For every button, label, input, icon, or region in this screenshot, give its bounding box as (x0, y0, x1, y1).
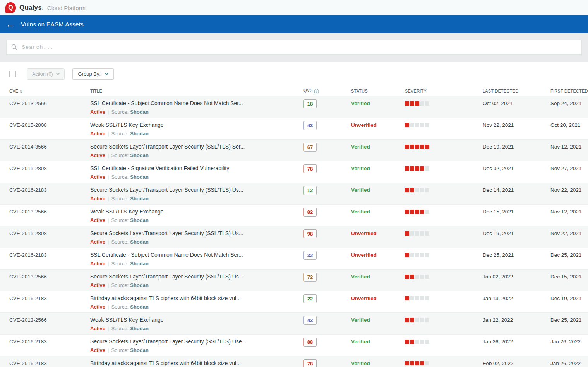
severity-block (420, 253, 424, 257)
severity-block (415, 145, 419, 149)
qvs-cell: 32 (303, 248, 351, 269)
back-arrow-icon[interactable]: ← (6, 20, 14, 29)
active-label: Active (90, 304, 105, 310)
severity-block (410, 361, 414, 365)
qvs-badge: 43 (303, 121, 317, 130)
search-input[interactable] (21, 40, 581, 54)
severity-block (415, 275, 419, 279)
status-cell: Verified (351, 335, 405, 356)
severity-block (410, 340, 414, 344)
source-name-link[interactable]: Shodan (130, 304, 149, 310)
active-label: Active (90, 174, 105, 180)
last-detected-cell: Dec 02, 2021 (483, 161, 550, 183)
severity-cell (405, 313, 483, 334)
table-row[interactable]: CVE-2015-2808Weak SSL/TLS Key ExchangeAc… (0, 118, 588, 139)
source-name-link[interactable]: Shodan (130, 131, 149, 137)
column-header-title: TITLE (90, 88, 303, 94)
source-name-link[interactable]: Shodan (130, 109, 149, 115)
search-box[interactable] (6, 40, 582, 55)
table-row[interactable]: CVE-2015-2808Secure Sockets Layer/Transp… (0, 226, 588, 248)
table-row[interactable]: CVE-2016-2183Secure Sockets Layer/Transp… (0, 334, 588, 356)
table-row[interactable]: CVE-2013-2566Weak SSL/TLS Key ExchangeAc… (0, 204, 588, 226)
qvs-cell: 12 (303, 183, 351, 204)
severity-cell (405, 161, 483, 183)
source-name-link[interactable]: Shodan (130, 261, 149, 266)
first-detected-cell: Nov 22, 2021 (550, 226, 588, 248)
vuln-status-line: Active|Source:Shodan (90, 174, 303, 180)
status-label: Verified (351, 144, 370, 150)
severity-bar (405, 296, 483, 300)
severity-block (405, 318, 409, 322)
severity-block (410, 123, 414, 127)
title-cell: SSL Certificate - Subject Common Name Do… (90, 96, 303, 118)
status-label: Unverified (351, 230, 377, 236)
status-label: Verified (351, 101, 370, 106)
status-cell: Verified (351, 270, 405, 291)
severity-block (405, 253, 409, 257)
first-detected-cell: Sep 24, 2021 (550, 96, 588, 118)
group-by-button[interactable]: Group By: (72, 68, 114, 80)
source-name-link[interactable]: Shodan (130, 239, 149, 245)
table-row[interactable]: CVE-2015-2808SSL Certificate - Signature… (0, 161, 588, 183)
table-row[interactable]: CVE-2014-3566Secure Sockets Layer/Transp… (0, 139, 588, 161)
brand-platform-label: Cloud Platform (47, 5, 86, 11)
severity-block (405, 275, 409, 279)
severity-block (415, 123, 419, 127)
source-label: Source: (111, 217, 129, 223)
vuln-status-line: Active|Source:Shodan (90, 347, 303, 353)
severity-block (425, 231, 429, 236)
severity-block (425, 275, 429, 279)
sort-icon[interactable]: ↑↓ (20, 89, 22, 94)
status-label: Verified (351, 317, 370, 323)
last-detected-cell: Dec 15, 2021 (483, 205, 550, 226)
source-name-link[interactable]: Shodan (130, 196, 149, 201)
severity-cell (405, 248, 483, 269)
severity-block (425, 361, 429, 365)
status-label: Verified (351, 274, 370, 280)
severity-cell (405, 140, 483, 161)
select-all-checkbox[interactable] (9, 71, 16, 77)
severity-cell (405, 335, 483, 356)
first-detected-cell: Dec 19, 2021 (550, 291, 588, 312)
severity-bar (405, 145, 483, 149)
table-row[interactable]: CVE-2016-2183SSL Certificate - Subject C… (0, 248, 588, 269)
status-label: Verified (351, 360, 370, 366)
last-detected-cell: Jan 22, 2022 (483, 313, 550, 334)
table-row[interactable]: CVE-2016-2183Secure Sockets Layer/Transp… (0, 183, 588, 204)
source-name-link[interactable]: Shodan (130, 282, 149, 288)
vuln-title: Weak SSL/TLS Key Exchange (90, 208, 303, 215)
table-row[interactable]: CVE-2013-2566Secure Sockets Layer/Transp… (0, 269, 588, 291)
separator: | (108, 131, 109, 137)
column-header-cve[interactable]: CVE↑↓ (0, 88, 90, 94)
table-row[interactable]: CVE-2013-2566SSL Certificate - Subject C… (0, 96, 588, 118)
source-name-link[interactable]: Shodan (130, 347, 149, 353)
severity-bar (405, 166, 483, 171)
source-name-link[interactable]: Shodan (130, 174, 149, 180)
status-cell: Verified (351, 161, 405, 183)
action-button[interactable]: Action (0) (27, 68, 65, 80)
page-header-bar: ← Vulns on EASM Assets (0, 15, 588, 33)
status-cell: Verified (351, 356, 405, 367)
info-icon[interactable]: i (314, 89, 319, 94)
severity-block (425, 210, 429, 214)
severity-block (415, 340, 419, 344)
table-row[interactable]: CVE-2016-2183Birthday attacks against TL… (0, 356, 588, 367)
vuln-status-line: Active|Source:Shodan (90, 109, 303, 115)
source-name-link[interactable]: Shodan (130, 326, 149, 331)
table-header-row: CVE↑↓ TITLE QVSi STATUS SEVERITY LAST DE… (0, 86, 588, 96)
separator: | (108, 174, 109, 180)
severity-block (405, 166, 409, 171)
status-cell: Unverified (351, 118, 405, 139)
brand-dot: . (42, 4, 44, 11)
column-header-severity: SEVERITY (405, 88, 483, 94)
title-cell: Secure Sockets Layer/Transport Layer Sec… (90, 183, 303, 204)
table-row[interactable]: CVE-2013-2566Weak SSL/TLS Key ExchangeAc… (0, 312, 588, 334)
source-label: Source: (111, 261, 129, 266)
last-detected-cell: Dec 19, 2021 (483, 226, 550, 248)
separator: | (108, 326, 109, 331)
source-name-link[interactable]: Shodan (130, 152, 149, 158)
source-name-link[interactable]: Shodan (130, 217, 149, 223)
vuln-title: SSL Certificate - Signature Verification… (90, 165, 303, 172)
title-cell: SSL Certificate - Signature Verification… (90, 161, 303, 183)
table-row[interactable]: CVE-2016-2183Birthday attacks against TL… (0, 291, 588, 312)
